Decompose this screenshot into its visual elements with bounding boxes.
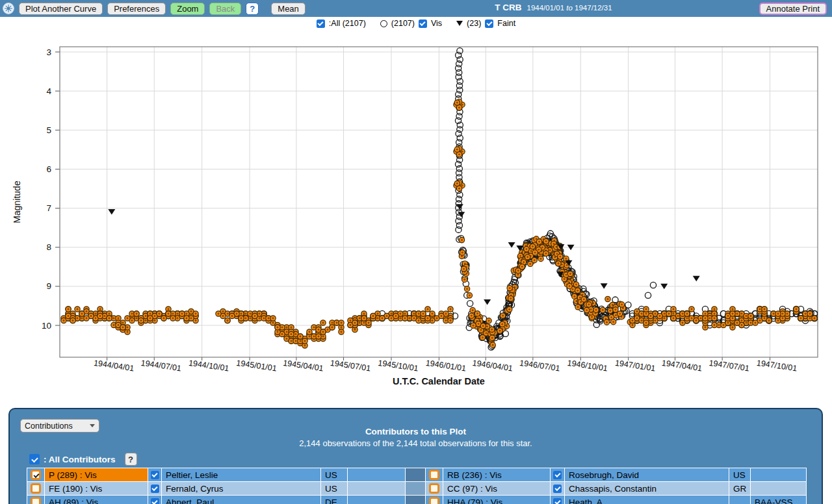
table-separator (406, 468, 425, 481)
svg-text:7: 7 (46, 203, 51, 213)
contributor-country: US (321, 482, 347, 495)
svg-text:8: 8 (46, 242, 51, 252)
svg-text:1945/01/01: 1945/01/01 (236, 359, 278, 373)
contributor-code[interactable]: FE (190) : Vis (45, 482, 148, 495)
contributions-panel: Contributions Contributors to this Plot … (8, 408, 823, 504)
contributor-plot-checkbox-cell (551, 482, 564, 495)
svg-text:1947/01/01: 1947/01/01 (614, 359, 656, 373)
svg-text:10: 10 (42, 321, 51, 331)
contributor-plot-checkbox[interactable] (553, 471, 562, 479)
all-contributors-label: : All Contributors (44, 455, 116, 464)
contributor-name: Fernald, Cyrus (162, 482, 320, 495)
svg-text:5: 5 (46, 125, 51, 135)
contributors-help-button[interactable]: ? (125, 453, 137, 466)
contributor-plot-checkbox-cell (148, 468, 161, 481)
panel-subtitle: 2,144 observations of the 2,144 total ob… (10, 438, 822, 448)
svg-text:3: 3 (46, 47, 51, 57)
svg-text:1944/07/01: 1944/07/01 (140, 359, 182, 373)
contributor-affiliation (751, 468, 806, 481)
contributor-country (729, 496, 750, 504)
contributor-code[interactable]: RB (236) : Vis (443, 468, 550, 481)
svg-text:Magnitude: Magnitude (12, 181, 22, 223)
contributor-name: Heath, A. (565, 496, 729, 504)
svg-text:U.T.C. Calendar Date: U.T.C. Calendar Date (393, 376, 485, 386)
contributor-plot-checkbox[interactable] (553, 485, 562, 493)
svg-text:1944/04/01: 1944/04/01 (93, 359, 135, 373)
contributor-code[interactable]: P (289) : Vis (45, 468, 148, 481)
contributor-name: Rosebrugh, David (565, 468, 729, 481)
contributor-country: GR (729, 482, 750, 495)
contributor-plot-checkbox[interactable] (151, 485, 159, 493)
contributor-code[interactable]: CC (97) : Vis (443, 482, 550, 495)
svg-text:1946/01/01: 1946/01/01 (425, 359, 467, 373)
contributor-highlight-checkbox-cell (426, 482, 443, 495)
contributor-highlight-checkbox[interactable] (429, 483, 439, 494)
contributor-country: DE (321, 496, 347, 504)
contributor-plot-checkbox[interactable] (151, 471, 159, 479)
svg-text:1945/07/01: 1945/07/01 (330, 359, 371, 373)
contributor-affiliation (348, 496, 405, 504)
contributor-highlight-checkbox-cell (426, 496, 443, 504)
contributor-name: Chassapis, Constantin (565, 482, 729, 495)
contributor-country: US (729, 468, 750, 481)
contributor-plot-checkbox-cell (148, 496, 161, 504)
light-curve-chart[interactable]: 1944/04/011944/07/011944/10/011945/01/01… (0, 0, 832, 403)
contributor-plot-checkbox-cell (148, 482, 161, 495)
contributor-highlight-checkbox[interactable] (31, 483, 41, 494)
contributor-highlight-checkbox-cell (426, 468, 443, 481)
contributor-name: Peltier, Leslie (162, 468, 320, 481)
contributor-affiliation (751, 482, 806, 495)
contributor-code[interactable]: HHA (79) : Vis (443, 496, 550, 504)
table-separator (406, 482, 425, 495)
panel-title: Contributors to this Plot (10, 427, 822, 436)
svg-text:1947/10/01: 1947/10/01 (756, 359, 798, 373)
contributor-country: US (321, 468, 347, 481)
svg-text:4: 4 (46, 86, 51, 96)
contributor-highlight-checkbox[interactable] (31, 497, 41, 504)
contributor-plot-checkbox-cell (551, 468, 564, 481)
svg-text:9: 9 (46, 281, 51, 291)
all-contributors-checkbox[interactable] (29, 454, 40, 464)
svg-text:6: 6 (46, 164, 51, 174)
contributor-plot-checkbox-cell (551, 496, 564, 504)
svg-text:1945/10/01: 1945/10/01 (378, 359, 419, 373)
svg-text:1947/07/01: 1947/07/01 (708, 359, 750, 373)
contributor-highlight-checkbox[interactable] (31, 470, 41, 480)
contributor-affiliation: BAA-VSS (751, 496, 806, 504)
contributor-affiliation (348, 468, 405, 481)
table-separator (406, 496, 425, 504)
contributor-highlight-checkbox[interactable] (429, 470, 439, 480)
svg-text:1946/07/01: 1946/07/01 (519, 359, 560, 373)
contributor-name: Ahnert, Paul (162, 496, 320, 504)
svg-text:1944/10/01: 1944/10/01 (188, 359, 229, 373)
svg-text:1947/04/01: 1947/04/01 (661, 359, 703, 373)
contributor-highlight-checkbox-cell (27, 468, 44, 481)
contributors-table: P (289) : VisPeltier, LeslieUSRB (236) :… (27, 468, 807, 504)
svg-text:1945/04/01: 1945/04/01 (283, 359, 324, 373)
contributor-plot-checkbox[interactable] (151, 498, 159, 504)
svg-text:1946/10/01: 1946/10/01 (567, 359, 608, 373)
contributor-highlight-checkbox-cell (27, 482, 44, 495)
svg-text:1946/04/01: 1946/04/01 (472, 359, 514, 373)
contributor-highlight-checkbox-cell (27, 496, 44, 504)
contributor-code[interactable]: AH (89) : Vis (45, 496, 148, 504)
contributor-highlight-checkbox[interactable] (429, 497, 439, 504)
contributor-plot-checkbox[interactable] (553, 498, 562, 504)
contributor-affiliation (348, 482, 405, 495)
